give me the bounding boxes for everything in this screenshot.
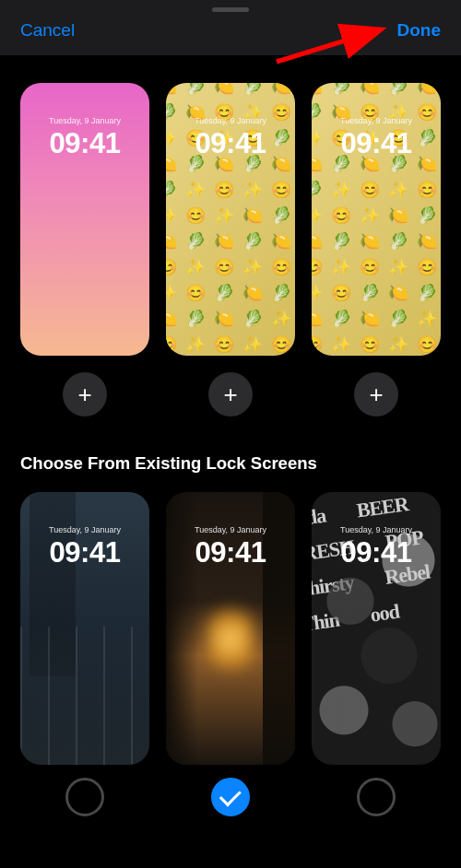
wallpaper-thumbnail[interactable]: Tuesday, 9 January 09:41 <box>166 83 295 356</box>
lockscreen-date: Tuesday, 9 January <box>312 116 441 125</box>
lockscreen-time: 09:41 <box>312 127 441 160</box>
select-radio[interactable] <box>357 778 396 816</box>
selection-radios-row <box>20 778 441 816</box>
content-area: Tuesday, 9 January 09:41 Tuesday, 9 Janu… <box>0 55 461 816</box>
lockscreen-time: 09:41 <box>166 127 295 160</box>
lockscreen-date: Tuesday, 9 January <box>20 525 149 534</box>
drag-handle[interactable] <box>212 7 249 12</box>
cancel-button[interactable]: Cancel <box>20 20 75 41</box>
existing-wallpaper-thumbnail[interactable]: Tuesday, 9 January 09:41 <box>312 492 441 765</box>
lockscreen-date: Tuesday, 9 January <box>166 116 295 125</box>
lockscreen-date: Tuesday, 9 January <box>166 525 295 534</box>
select-radio-selected[interactable] <box>211 778 250 816</box>
existing-wallpaper-thumbnail[interactable]: Tuesday, 9 January 09:41 <box>166 492 295 765</box>
lockscreen-date: Tuesday, 9 January <box>20 116 149 125</box>
wallpaper-thumbnail[interactable]: Tuesday, 9 January 09:41 <box>20 83 149 356</box>
done-button[interactable]: Done <box>397 20 442 41</box>
lockscreen-time: 09:41 <box>312 536 441 569</box>
add-wallpaper-button[interactable]: + <box>63 372 107 416</box>
suggested-wallpapers-row: Tuesday, 9 January 09:41 Tuesday, 9 Janu… <box>20 83 441 356</box>
existing-wallpapers-row: Tuesday, 9 January 09:41 Tuesday, 9 Janu… <box>20 492 441 765</box>
select-radio[interactable] <box>65 778 104 816</box>
lockscreen-time: 09:41 <box>166 536 295 569</box>
wallpaper-thumbnail[interactable]: Tuesday, 9 January 09:41 <box>312 83 441 356</box>
lockscreen-time: 09:41 <box>20 536 149 569</box>
existing-wallpaper-thumbnail[interactable]: Tuesday, 9 January 09:41 <box>20 492 149 765</box>
add-buttons-row: + + + <box>20 372 441 416</box>
lockscreen-time: 09:41 <box>20 127 149 160</box>
add-wallpaper-button[interactable]: + <box>208 372 253 416</box>
add-wallpaper-button[interactable]: + <box>354 372 398 416</box>
lockscreen-date: Tuesday, 9 January <box>312 525 441 534</box>
section-title: Choose From Existing Lock Screens <box>20 453 441 474</box>
